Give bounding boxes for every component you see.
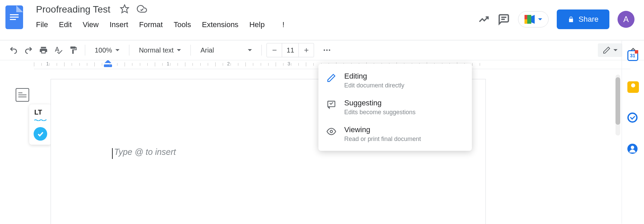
menu-help[interactable]: Help: [249, 20, 264, 29]
check-ok-icon[interactable]: [34, 127, 47, 141]
pencil-icon: [327, 73, 337, 84]
svg-marker-6: [531, 15, 535, 24]
languagetool-panel[interactable]: LT: [29, 104, 52, 145]
meet-icon: [525, 15, 535, 24]
style-select[interactable]: Normal text: [134, 46, 186, 54]
lock-icon: [568, 16, 574, 23]
menu-extensions[interactable]: Extensions: [202, 20, 239, 29]
more-tools-button[interactable]: [320, 43, 334, 57]
menu-insert[interactable]: Insert: [110, 20, 128, 29]
calendar-icon: 31: [627, 50, 638, 61]
tasks-addon-button[interactable]: [627, 113, 639, 124]
mode-item-desc: Edits become suggestions: [344, 109, 464, 116]
font-size-decrease-button[interactable]: −: [267, 43, 282, 57]
scrollbar-thumb[interactable]: [615, 77, 620, 125]
svg-point-8: [326, 49, 328, 51]
first-line-indent-icon[interactable]: [105, 60, 111, 63]
left-indent-icon[interactable]: [104, 64, 112, 67]
pencil-icon: [603, 46, 611, 54]
font-size-group: − +: [266, 43, 314, 57]
print-button[interactable]: [37, 43, 50, 57]
contacts-icon: [627, 144, 638, 154]
paint-format-button[interactable]: [67, 43, 80, 57]
meet-button[interactable]: [518, 11, 549, 27]
caret-down-icon: [613, 49, 618, 51]
languagetool-logo-icon: LT: [34, 108, 47, 116]
calendar-addon-button[interactable]: 31: [627, 50, 639, 62]
mode-editing-item[interactable]: Editing Edit document directly: [318, 67, 472, 94]
menu-view[interactable]: View: [82, 20, 98, 29]
comment-history-icon[interactable]: [498, 13, 510, 25]
toolbar: 100% Normal text Arial − +: [0, 40, 644, 60]
editing-mode-button[interactable]: [598, 43, 622, 57]
header: Proofreading Test File Edit View Insert …: [0, 0, 644, 40]
mode-item-desc: Edit document directly: [344, 82, 464, 89]
menu-edit[interactable]: Edit: [59, 20, 72, 29]
svg-point-9: [329, 49, 330, 51]
svg-marker-0: [121, 5, 128, 13]
eye-icon: [327, 127, 337, 138]
show-outline-button[interactable]: [16, 88, 29, 102]
docs-logo-icon[interactable]: [5, 5, 23, 29]
menubar: File Edit View Insert Format Tools Exten…: [34, 20, 478, 29]
font-size-increase-button[interactable]: +: [299, 43, 314, 57]
spellcheck-button[interactable]: [52, 43, 65, 57]
title-area: Proofreading Test File Edit View Insert …: [34, 3, 478, 29]
svg-point-7: [324, 49, 325, 51]
menu-format[interactable]: Format: [139, 20, 163, 29]
mode-item-title: Suggesting: [344, 99, 464, 107]
mode-viewing-item[interactable]: Viewing Read or print final document: [318, 121, 472, 147]
share-label: Share: [578, 15, 599, 24]
insert-placeholder: Type @ to insert: [114, 147, 176, 157]
scrollbar[interactable]: [615, 75, 620, 136]
caret-down-icon: [538, 18, 542, 20]
alert-indicator-icon[interactable]: !: [282, 20, 284, 29]
undo-button[interactable]: [7, 43, 20, 57]
share-button[interactable]: Share: [557, 9, 609, 29]
zoom-select[interactable]: 100%: [90, 46, 124, 54]
menu-tools[interactable]: Tools: [173, 20, 191, 29]
cloud-status-icon[interactable]: [137, 4, 147, 15]
svg-rect-3: [525, 15, 527, 19]
svg-point-11: [330, 130, 333, 133]
mode-suggesting-item[interactable]: Suggesting Edits become suggestions: [318, 94, 472, 121]
caret-down-icon: [177, 49, 181, 51]
redo-button[interactable]: [22, 43, 35, 57]
editing-mode-menu: Editing Edit document directly Suggestin…: [318, 64, 472, 151]
suggest-icon: [327, 100, 337, 111]
mode-item-title: Editing: [344, 72, 464, 81]
font-select[interactable]: Arial: [196, 46, 257, 54]
caret-down-icon: [248, 49, 252, 51]
star-icon[interactable]: [120, 4, 129, 15]
caret-down-icon: [115, 49, 119, 51]
font-size-input[interactable]: [282, 43, 299, 57]
svg-rect-4: [525, 19, 527, 24]
contacts-addon-button[interactable]: [627, 144, 639, 155]
side-panel: 31: [622, 41, 644, 224]
menu-file[interactable]: File: [36, 20, 48, 29]
mode-item-title: Viewing: [344, 125, 464, 134]
activity-icon[interactable]: [478, 14, 490, 25]
keep-addon-button[interactable]: [627, 81, 639, 93]
document-title[interactable]: Proofreading Test: [34, 3, 112, 16]
mode-item-desc: Read or print final document: [344, 136, 464, 143]
account-avatar[interactable]: A: [618, 11, 634, 28]
tasks-icon: [627, 113, 638, 123]
text-cursor: [112, 148, 113, 159]
svg-rect-5: [527, 15, 531, 24]
